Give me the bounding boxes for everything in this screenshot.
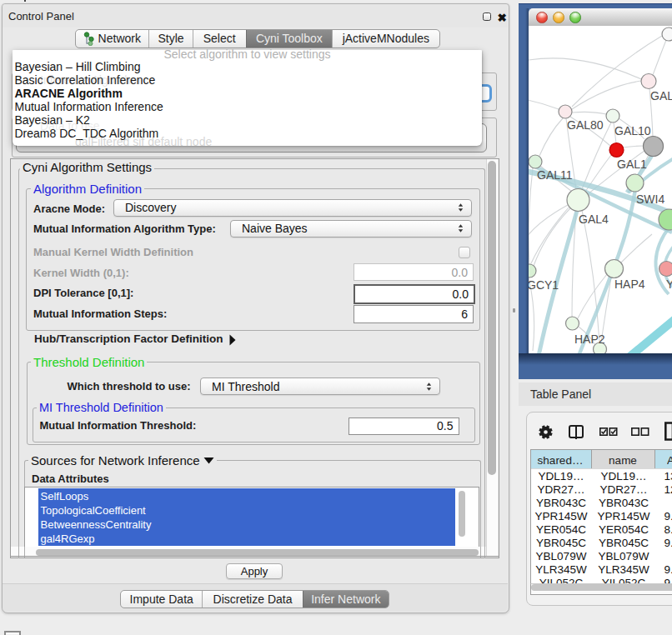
svg-text:Y: Y [666,278,672,291]
svg-text:GAL4: GAL4 [579,212,609,226]
svg-text:SWI4: SWI4 [636,192,664,206]
svg-text:GAL10: GAL10 [614,124,651,138]
svg-text:HAP2: HAP2 [574,332,605,346]
svg-text:GAL7: GAL7 [650,89,672,102]
svg-text:GAL11: GAL11 [537,168,573,182]
svg-text:HAP4: HAP4 [614,278,645,291]
svg-text:GCY1: GCY1 [529,278,559,292]
svg-text:GAL1: GAL1 [617,158,647,171]
svg-text:GAL80: GAL80 [567,118,604,132]
